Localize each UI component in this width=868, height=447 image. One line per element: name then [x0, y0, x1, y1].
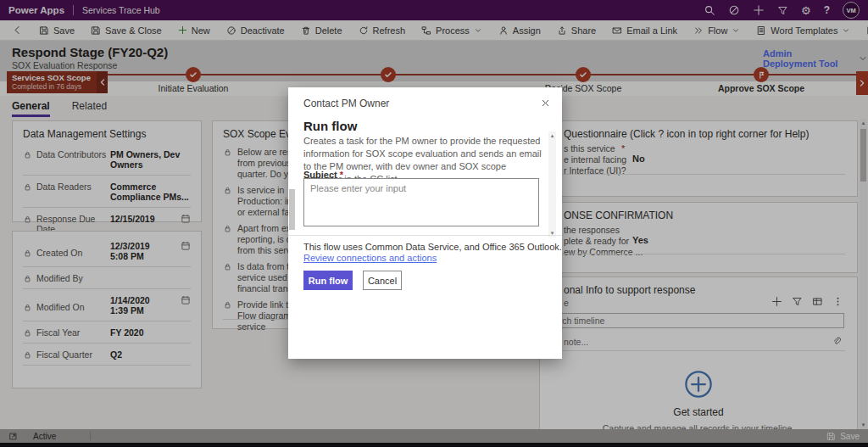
- run-flow-button[interactable]: Run flow: [303, 271, 353, 290]
- dialog-scrollbar-thumb[interactable]: [289, 189, 295, 230]
- dialog-title: Contact PM Owner: [303, 98, 389, 109]
- dialog-scrollbar[interactable]: [548, 131, 556, 237]
- divider: [288, 235, 562, 236]
- contact-pm-owner-dialog: Contact PM Owner Run flow Creates a task…: [288, 87, 562, 359]
- dialog-scroll-up-arrow[interactable]: ▴: [548, 132, 556, 139]
- app-window: Power Apps Services Trace Hub ⚙ ? VM Sav…: [0, 0, 868, 447]
- connections-text: This flow uses Common Data Service, and …: [303, 242, 562, 252]
- subject-input[interactable]: [303, 178, 539, 226]
- flow-heading: Run flow: [303, 119, 357, 133]
- review-connections-link[interactable]: Review connections and actions: [303, 253, 437, 263]
- close-icon[interactable]: [540, 98, 551, 109]
- cancel-button[interactable]: Cancel: [363, 271, 402, 290]
